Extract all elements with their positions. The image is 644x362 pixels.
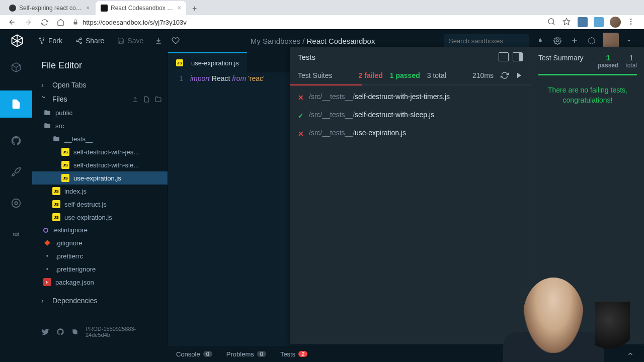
- tests-panel: Tests Test Suites 2 failed 1 passed 3 to…: [290, 47, 644, 344]
- folder-icon: [52, 135, 60, 143]
- refresh-tests-icon[interactable]: [501, 71, 509, 79]
- save-button[interactable]: Save: [113, 35, 147, 47]
- svg-point-8: [41, 43, 42, 44]
- search-input[interactable]: [449, 37, 533, 45]
- new-folder-icon[interactable]: [155, 96, 162, 103]
- user-avatar[interactable]: [603, 33, 619, 49]
- file-tree: public src __tests__ JSself-destruct-wit…: [32, 106, 168, 289]
- browser-tab-0[interactable]: Self-expiring react component ×: [4, 1, 95, 15]
- menu-icon[interactable]: [627, 18, 636, 27]
- star-icon[interactable]: [562, 18, 572, 27]
- pass-mark-icon: ✓: [298, 112, 304, 120]
- flame-icon[interactable]: [534, 35, 546, 47]
- sidebar-footer: PROD-1550925883-24de5d4b: [32, 322, 168, 342]
- rail-github-icon[interactable]: [8, 133, 24, 149]
- failed-count: 2 failed: [359, 71, 383, 79]
- svg-point-6: [39, 38, 40, 39]
- chevron-right-icon: ›: [41, 81, 47, 89]
- rail-deploy-icon[interactable]: [8, 164, 24, 180]
- folder-tests[interactable]: __tests__: [32, 132, 168, 145]
- file-prettierignore[interactable]: .prettierignore: [32, 262, 168, 276]
- new-tab-button[interactable]: +: [187, 2, 202, 15]
- layout-toggle-2-icon[interactable]: [513, 52, 523, 61]
- total-count: 3 total: [427, 71, 446, 79]
- js-file-icon: JS: [61, 148, 69, 156]
- extension-icon[interactable]: [594, 17, 604, 27]
- dependencies-section[interactable]: ›Dependencies: [32, 294, 168, 308]
- file-index[interactable]: JSindex.js: [32, 185, 168, 198]
- extension-icon[interactable]: [578, 17, 588, 27]
- summary-total: 1total: [625, 53, 637, 69]
- codesandbox-logo-icon[interactable]: [10, 34, 24, 48]
- suite-row[interactable]: ✓ /src/__tests__/self-destruct-with-slee…: [298, 111, 523, 120]
- breadcrumb[interactable]: My Sandboxes / React Codesandbox: [187, 37, 439, 45]
- folder-src[interactable]: src: [32, 119, 168, 132]
- console-tab[interactable]: Console0: [176, 350, 212, 358]
- svg-marker-23: [517, 73, 521, 78]
- new-file-icon[interactable]: [143, 96, 150, 103]
- profile-avatar[interactable]: [610, 17, 621, 28]
- rail-settings-icon[interactable]: [8, 195, 24, 211]
- file-test-2[interactable]: JSself-destruct-with-sle...: [32, 158, 168, 171]
- files-section-header[interactable]: ›Files: [32, 92, 168, 106]
- file-package[interactable]: Npackage.json: [32, 276, 168, 289]
- collapse-console-icon[interactable]: [627, 350, 634, 357]
- file-prettierrc[interactable]: .prettierrc: [32, 249, 168, 262]
- npm-icon: N: [43, 278, 51, 286]
- fork-button[interactable]: Fork: [34, 35, 66, 47]
- layout-toggle-1-icon[interactable]: [499, 52, 509, 61]
- heart-icon[interactable]: [170, 35, 182, 47]
- problems-tab[interactable]: Problems0: [226, 350, 266, 358]
- editor-tab-active[interactable]: JS use-expiration.js: [168, 52, 247, 72]
- rail-live-icon[interactable]: [8, 226, 24, 242]
- search-sandboxes[interactable]: [444, 34, 529, 48]
- address-bar: https://codesandbox.io/s/yj7r3y103v: [0, 15, 644, 29]
- passed-count: 1 passed: [390, 71, 420, 79]
- folder-public[interactable]: public: [32, 106, 168, 119]
- tab-title: Self-expiring react component: [19, 5, 82, 12]
- close-icon[interactable]: ×: [86, 5, 90, 12]
- rail-file-icon[interactable]: [0, 90, 32, 118]
- js-file-icon: JS: [61, 174, 69, 182]
- js-file-icon: JS: [61, 161, 69, 169]
- config-icon: [43, 252, 51, 260]
- file-test-1[interactable]: JSself-destruct-with-jes...: [32, 145, 168, 158]
- run-tests-icon[interactable]: [516, 72, 523, 79]
- file-self-destruct[interactable]: JSself-destruct.js: [32, 198, 168, 211]
- plus-icon[interactable]: [569, 35, 581, 47]
- gear-icon[interactable]: [551, 35, 564, 47]
- browser-tab-1[interactable]: React Codesandbox - CodeSa ×: [96, 1, 186, 15]
- chevron-down-icon[interactable]: [624, 36, 634, 46]
- rail-box-icon[interactable]: [8, 59, 24, 75]
- download-icon[interactable]: [152, 35, 165, 47]
- svg-point-11: [80, 42, 82, 44]
- svg-point-14: [15, 202, 18, 205]
- cube-icon[interactable]: [586, 35, 598, 47]
- bottom-console-bar: Console0 Problems0 Tests2: [0, 346, 644, 362]
- close-icon[interactable]: ×: [178, 5, 181, 12]
- spectrum-icon[interactable]: [71, 328, 78, 335]
- zoom-icon[interactable]: [547, 18, 556, 27]
- file-eslintignore[interactable]: .eslintignore: [32, 224, 168, 236]
- suite-row[interactable]: ✕ /src/__tests__/use-expiration.js: [298, 129, 523, 138]
- test-suites-bar: Test Suites 2 failed 1 passed 3 total 21…: [290, 66, 531, 85]
- home-button[interactable]: [54, 16, 66, 28]
- twitter-icon[interactable]: [41, 328, 49, 336]
- tests-tab[interactable]: Tests2: [280, 350, 307, 358]
- file-gitignore[interactable]: .gitignore: [32, 236, 168, 249]
- open-tabs-section[interactable]: ›Open Tabs: [32, 78, 168, 92]
- svg-point-13: [556, 40, 558, 42]
- forward-button[interactable]: [22, 16, 34, 28]
- url-input[interactable]: https://codesandbox.io/s/yj7r3y103v: [72, 19, 543, 26]
- eslint-icon: [43, 228, 48, 233]
- back-button[interactable]: [6, 16, 18, 28]
- file-use-expiration[interactable]: JSuse-expiration.js: [32, 211, 168, 224]
- share-button[interactable]: Share: [71, 35, 108, 47]
- summary-title: Test Summary: [538, 53, 583, 69]
- file-test-3[interactable]: JSuse-expiration.js: [32, 171, 168, 185]
- github-icon[interactable]: [56, 328, 64, 336]
- suite-row[interactable]: ✕ /src/__tests__/self-destruct-with-jest…: [298, 93, 523, 102]
- svg-rect-0: [74, 22, 77, 25]
- reload-button[interactable]: [38, 16, 50, 28]
- upload-icon[interactable]: [132, 96, 138, 103]
